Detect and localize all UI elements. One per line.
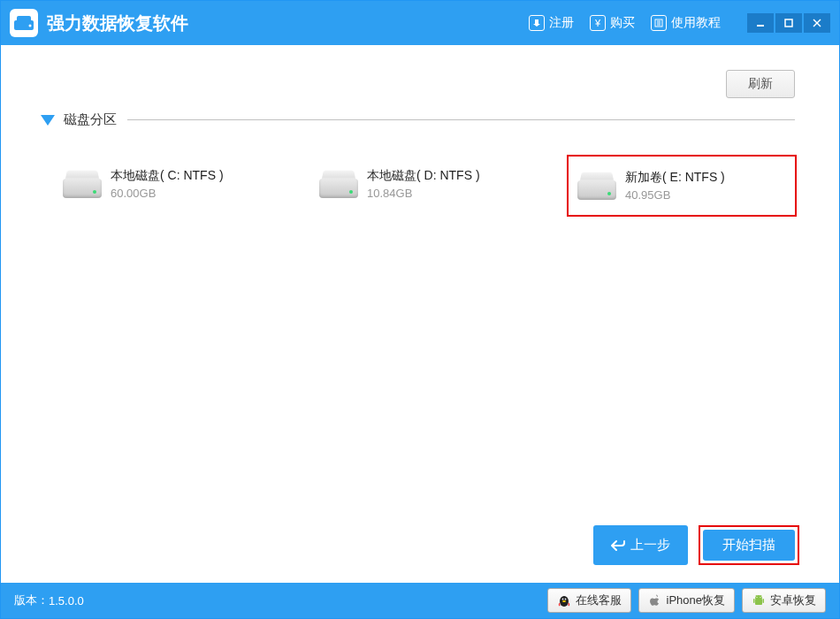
disk-info: 新加卷( E: NTFS )40.95GB xyxy=(625,170,725,202)
window-controls xyxy=(745,13,830,33)
hard-drive-icon xyxy=(577,172,616,200)
maximize-button[interactable] xyxy=(775,13,802,33)
hard-drive-icon xyxy=(63,170,102,198)
svg-point-2 xyxy=(29,25,32,27)
disk-size: 40.95GB xyxy=(625,188,725,202)
android-recover-button[interactable]: 安卓恢复 xyxy=(742,588,826,613)
svg-point-13 xyxy=(561,598,563,600)
tutorial-icon xyxy=(651,15,667,31)
apple-icon xyxy=(648,593,662,608)
refresh-button[interactable]: 刷新 xyxy=(726,70,795,98)
buy-label: 购买 xyxy=(610,15,635,31)
footer-actions: 上一步 开始扫描 xyxy=(593,525,799,565)
disk-name: 本地磁盘( C: NTFS ) xyxy=(111,168,224,184)
app-logo-icon xyxy=(10,9,38,37)
svg-rect-22 xyxy=(763,599,765,603)
status-bar: 版本： 1.5.0.0 在线客服 iPhone恢复 安卓恢复 xyxy=(1,583,839,618)
iphone-recover-button[interactable]: iPhone恢复 xyxy=(638,588,735,613)
disk-name: 本地磁盘( D: NTFS ) xyxy=(367,168,480,184)
online-service-label: 在线客服 xyxy=(576,592,622,608)
svg-rect-16 xyxy=(755,599,762,605)
version-label: 版本： xyxy=(14,592,49,608)
disk-item[interactable]: 新加卷( E: NTFS )40.95GB xyxy=(567,155,797,217)
minimize-button[interactable] xyxy=(747,13,774,33)
disk-grid: 本地磁盘( C: NTFS )60.00GB本地磁盘( D: NTFS )10.… xyxy=(54,155,804,217)
section-title: 磁盘分区 xyxy=(64,111,117,128)
svg-point-19 xyxy=(756,597,757,598)
register-label: 注册 xyxy=(549,15,574,31)
iphone-recover-label: iPhone恢复 xyxy=(667,592,725,608)
app-title: 强力数据恢复软件 xyxy=(47,11,188,35)
title-bar: 强力数据恢复软件 注册 ¥ 购买 使用教程 xyxy=(1,1,839,45)
qq-icon xyxy=(557,593,571,608)
collapse-triangle-icon[interactable] xyxy=(41,115,55,126)
tutorial-label: 使用教程 xyxy=(671,15,721,31)
close-button[interactable] xyxy=(804,13,830,33)
disk-name: 新加卷( E: NTFS ) xyxy=(625,170,725,186)
hard-drive-icon xyxy=(319,170,358,198)
svg-point-14 xyxy=(564,598,566,600)
svg-point-20 xyxy=(760,597,760,598)
disk-size: 10.84GB xyxy=(367,187,480,200)
register-link[interactable]: 注册 xyxy=(529,15,574,31)
divider xyxy=(127,119,795,120)
android-recover-label: 安卓恢复 xyxy=(770,592,816,608)
back-arrow-icon xyxy=(611,539,625,552)
main-content: 刷新 磁盘分区 本地磁盘( C: NTFS )60.00GB本地磁盘( D: N… xyxy=(1,45,839,583)
svg-rect-8 xyxy=(785,19,792,27)
android-icon xyxy=(752,593,766,608)
disk-item[interactable]: 本地磁盘( C: NTFS )60.00GB xyxy=(54,155,284,217)
buy-icon: ¥ xyxy=(590,15,606,31)
previous-button[interactable]: 上一步 xyxy=(593,525,688,565)
buy-link[interactable]: ¥ 购买 xyxy=(590,15,635,31)
register-icon xyxy=(529,15,545,31)
section-header: 磁盘分区 xyxy=(41,111,804,128)
svg-rect-21 xyxy=(753,599,755,603)
disk-size: 60.00GB xyxy=(111,187,224,200)
disk-info: 本地磁盘( C: NTFS )60.00GB xyxy=(111,168,224,200)
disk-info: 本地磁盘( D: NTFS )10.84GB xyxy=(367,168,480,200)
svg-rect-1 xyxy=(17,16,31,22)
online-service-button[interactable]: 在线客服 xyxy=(547,588,631,613)
disk-item[interactable]: 本地磁盘( D: NTFS )10.84GB xyxy=(310,155,540,217)
tutorial-link[interactable]: 使用教程 xyxy=(651,15,721,31)
start-scan-button[interactable]: 开始扫描 xyxy=(703,530,795,561)
version-value: 1.5.0.0 xyxy=(49,594,84,608)
scan-highlight: 开始扫描 xyxy=(699,525,799,565)
svg-point-15 xyxy=(562,600,566,602)
previous-label: 上一步 xyxy=(630,537,670,554)
